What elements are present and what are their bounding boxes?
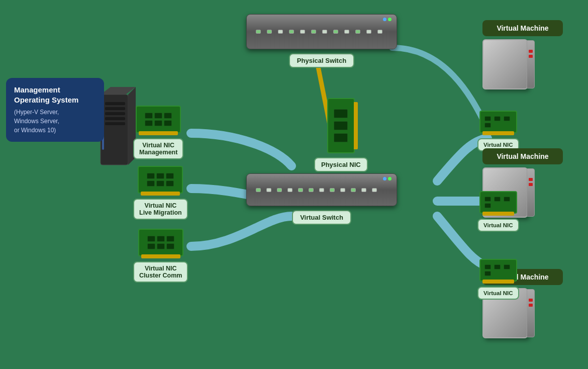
- chip: [154, 113, 162, 119]
- nic-chips: [147, 173, 174, 187]
- chip: [484, 197, 491, 202]
- nic-card-body: [136, 106, 181, 133]
- chip: [494, 197, 501, 202]
- chip: [504, 264, 510, 269]
- switch-port: [322, 30, 327, 34]
- chip: [147, 236, 155, 242]
- switch-port: [256, 30, 261, 34]
- chip: [157, 236, 165, 242]
- virtual-nic-cluster-comm-label: Virtual NICCluster Comm: [133, 261, 188, 283]
- vm-tower-1: [482, 39, 528, 89]
- chip: [164, 120, 172, 126]
- chip: [166, 243, 174, 249]
- switch-port: [289, 30, 294, 34]
- chip: [484, 116, 491, 121]
- vm-nic-3: Virtual NIC: [477, 259, 519, 300]
- switch-port: [366, 30, 371, 34]
- nic-card-body: [479, 259, 517, 282]
- switch-port: [351, 188, 356, 192]
- virtual-switch-label: Virtual Switch: [292, 210, 351, 225]
- virtual-nic-management-label: Virtual NICManagement: [133, 138, 183, 159]
- svg-rect-8: [105, 112, 125, 115]
- chip: [147, 173, 155, 179]
- switch-port: [340, 188, 345, 192]
- switch-port: [266, 188, 271, 192]
- nic-card-body: [479, 111, 517, 133]
- chip: [166, 180, 174, 187]
- vm-stripe-2: [529, 55, 533, 58]
- chip: [164, 113, 172, 119]
- chip: [484, 203, 491, 208]
- nic-card-body: [138, 166, 183, 194]
- chip: [484, 271, 491, 276]
- switch-port: [361, 188, 366, 192]
- switch-port: [278, 30, 283, 34]
- vm-side-2: [527, 168, 535, 217]
- switch-port: [309, 188, 314, 192]
- chip: [166, 236, 174, 242]
- chip: [156, 180, 164, 187]
- nic-card-body: [138, 229, 183, 256]
- vm-stripe-6: [529, 304, 533, 307]
- vm-label-2: Virtual Machine: [482, 148, 563, 164]
- vm-side-1: [527, 40, 535, 88]
- svg-rect-6: [105, 102, 125, 105]
- nic-card-body: [479, 191, 517, 214]
- chip: [154, 120, 162, 126]
- pnic-chip-2: [334, 121, 348, 130]
- vm-stripe-5: [529, 299, 533, 302]
- pnic-chip-3: [334, 133, 348, 142]
- management-os-box: Management Operating System (Hyper-V Ser…: [6, 78, 104, 142]
- virtual-switch-body: [246, 173, 397, 206]
- physical-switch-label: Physical Switch: [289, 53, 354, 68]
- vm-nic-2: Virtual NIC: [477, 191, 519, 232]
- switch-port: [377, 30, 382, 34]
- physical-nic-label: Physical NIC: [314, 157, 368, 172]
- physical-nic: Physical NIC: [314, 98, 368, 172]
- switch-port: [372, 188, 377, 192]
- switch-port: [298, 188, 303, 192]
- switch-port: [333, 30, 338, 34]
- switch-port: [277, 188, 282, 192]
- svg-rect-10: [105, 122, 125, 125]
- virtual-machine-1: Virtual Machine: [482, 20, 563, 89]
- chip: [145, 120, 153, 126]
- switch-port: [267, 30, 272, 34]
- vm-nic-2-label: Virtual NIC: [477, 219, 519, 232]
- switch-port: [300, 30, 305, 34]
- switch-port: [256, 188, 261, 192]
- chip: [504, 116, 510, 121]
- vm-stripe-4: [529, 183, 533, 186]
- switch-port: [355, 30, 360, 34]
- vm-stripe-3: [529, 178, 533, 181]
- chip: [156, 173, 164, 179]
- virtual-switch: Virtual Switch: [246, 173, 397, 225]
- virtual-nic-live-migration-label: Virtual NICLive Migration: [133, 199, 188, 220]
- switch-port: [311, 30, 316, 34]
- vm-nic-3-label: Virtual NIC: [477, 287, 519, 300]
- chip: [484, 123, 491, 128]
- physical-switch: Physical Switch: [246, 14, 397, 68]
- chip: [157, 243, 165, 249]
- nic-chips: [147, 236, 174, 249]
- chip: [494, 264, 501, 269]
- vm-nic-1: Virtual NIC: [477, 111, 519, 151]
- virtual-nic-management: Virtual NICManagement: [133, 106, 183, 159]
- chip: [145, 113, 153, 119]
- switch-port: [319, 188, 324, 192]
- svg-rect-7: [105, 107, 125, 110]
- pnic-chip-1: [334, 109, 348, 118]
- server-tower: [98, 84, 138, 172]
- virtual-nic-cluster-comm: Virtual NICCluster Comm: [133, 229, 188, 283]
- mgmt-os-title: Management Operating System: [14, 85, 96, 105]
- chip: [147, 180, 155, 187]
- nic-chips: [145, 113, 172, 126]
- virtual-nic-live-migration: Virtual NICLive Migration: [133, 166, 188, 220]
- svg-rect-9: [105, 117, 125, 120]
- physical-switch-body: [246, 14, 397, 49]
- chip: [494, 116, 501, 121]
- vm-side-3: [527, 289, 535, 337]
- vm-stripe-1: [529, 50, 533, 53]
- chip: [166, 173, 174, 179]
- switch-port: [344, 30, 349, 34]
